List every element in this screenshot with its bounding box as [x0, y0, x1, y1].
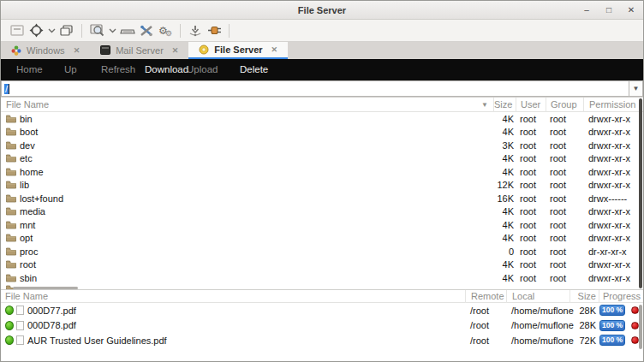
resize-window-icon[interactable]	[27, 22, 45, 39]
file-row[interactable]: root 4K root root drwxr-xr-x	[1, 258, 643, 272]
column-header-size[interactable]: Size	[569, 290, 599, 303]
disconnect-plug-icon[interactable]	[205, 22, 224, 39]
file-row[interactable]: lib 12K root root drwxr-xr-x	[1, 179, 643, 193]
file-row[interactable]: bin 4K root root drwxr-xr-x	[1, 112, 643, 126]
addressbar: / ▼	[1, 80, 643, 98]
minimize-button[interactable]: –	[581, 1, 592, 20]
file-list-header: File Name ▼ Size User Group Permission	[1, 98, 643, 112]
menubar-item[interactable]: Upload	[187, 59, 218, 80]
file-row[interactable]: dev 3K root root drwxr-xr-x	[1, 139, 643, 152]
stop-status-icon	[631, 336, 639, 344]
file-row[interactable]: opt 4K root root drwxr-xr-x	[1, 232, 643, 246]
transfer-complete-led-icon	[5, 321, 14, 330]
transfer-row[interactable]: AUR Trusted User Guidelines.pdf /root /h…	[1, 333, 643, 348]
column-header-size[interactable]: Size	[493, 98, 516, 112]
column-header-local[interactable]: Local	[506, 290, 569, 303]
folder-icon	[6, 247, 16, 256]
folder-icon	[6, 234, 16, 242]
folder-icon	[6, 207, 16, 216]
tab-label: File Server	[214, 45, 262, 55]
column-header-filename[interactable]: File Name	[1, 291, 465, 301]
transfer-row[interactable]: 000D78.pdf /root /home/muflone 28K 100 %	[1, 318, 643, 334]
file-row[interactable]: etc 4K root root drwxr-xr-x	[1, 152, 643, 166]
transfer-complete-led-icon	[5, 306, 14, 315]
tab-close-icon[interactable]: ✕	[271, 45, 278, 54]
file-row[interactable]: proc 0 root root dr-xr-xr-x	[1, 245, 643, 258]
window-title: File Server	[298, 5, 346, 15]
file-row[interactable]: sbin 4K root root drwxr-xr-x	[1, 271, 643, 285]
transfer-row[interactable]: 000D77.pdf /root /home/muflone 28K 100 %	[1, 303, 643, 318]
chevron-down-icon[interactable]	[106, 22, 118, 39]
scaled-mode-icon[interactable]	[87, 22, 106, 39]
transfer-rows: 000D77.pdf /root /home/muflone 28K 100 %	[1, 303, 643, 348]
progress-bar: 100 %	[599, 320, 625, 331]
path-dropdown-button[interactable]: ▼	[629, 80, 643, 97]
folder-icon	[6, 274, 16, 282]
remote-menubar: HomeUpRefreshDownloadUploadDelete	[1, 59, 643, 80]
folder-icon	[6, 221, 16, 229]
tab-close-icon[interactable]: ✕	[172, 46, 179, 55]
file-list-scrollbar[interactable]	[639, 98, 642, 288]
column-header-group[interactable]: Group	[546, 98, 583, 112]
menubar-item[interactable]: Refresh	[101, 59, 135, 80]
toolbar-separator	[180, 24, 181, 38]
folder-icon	[6, 141, 16, 150]
file-row[interactable]: mnt 4K root root drwxr-xr-x	[1, 218, 643, 232]
rdp-pinwheel-icon	[11, 45, 21, 56]
chevron-down-icon[interactable]	[45, 22, 57, 39]
titlebar: File Server – □ ✕	[1, 1, 643, 20]
stop-status-icon	[631, 306, 639, 314]
menubar-item[interactable]: Home	[16, 59, 43, 80]
file-list-rows: bin 4K root root drwxr-xr-x boot 4K root…	[1, 112, 643, 285]
connection-tabbar: Windows ✕ Mail Server ✕ File Server ✕	[1, 42, 643, 59]
tools-icon[interactable]	[137, 22, 156, 39]
tab-mail-server[interactable]: Mail Server ✕	[90, 42, 188, 59]
file-document-icon	[16, 335, 24, 345]
progress-bar: 100 %	[599, 305, 625, 316]
connection-toolbar: ⚙⚙	[1, 20, 643, 42]
file-row[interactable]: media 4K root root drwxr-xr-x	[1, 205, 643, 219]
file-list-pane: File Name ▼ Size User Group Permission b…	[1, 98, 643, 289]
menubar-item[interactable]: Delete	[240, 59, 268, 80]
svg-text:⚙: ⚙	[165, 29, 172, 37]
tab-file-server[interactable]: File Server ✕	[188, 42, 288, 59]
column-header-remote[interactable]: Remote	[465, 290, 506, 303]
screenshot-icon[interactable]	[186, 22, 205, 39]
transfer-header: File Name Remote Local Size Progress	[1, 290, 643, 303]
menubar-item[interactable]: Up	[64, 59, 77, 80]
folder-icon	[6, 154, 16, 163]
text-caret	[9, 84, 9, 94]
tab-windows[interactable]: Windows ✕	[1, 42, 90, 59]
file-row[interactable]: boot 4K root root drwxr-xr-x	[1, 126, 643, 139]
path-input[interactable]: /	[1, 80, 629, 97]
progress-bar: 100 %	[599, 335, 625, 346]
menubar-item[interactable]: Download	[145, 59, 188, 80]
sort-descending-icon: ▼	[481, 101, 488, 109]
stop-status-icon	[631, 322, 639, 329]
folder-icon	[6, 181, 16, 189]
column-header-user[interactable]: User	[516, 98, 546, 112]
file-row[interactable]: home 4K root root drwxr-xr-x	[1, 165, 643, 179]
folder-icon	[6, 128, 16, 136]
column-header-filename[interactable]: File Name ▼	[1, 99, 493, 110]
column-header-progress[interactable]: Progress	[599, 290, 626, 303]
toolbar-separator	[81, 24, 82, 38]
fullscreen-icon[interactable]	[8, 22, 27, 39]
sftp-coin-icon	[199, 45, 209, 55]
maximize-button[interactable]: □	[604, 1, 614, 20]
file-row[interactable]: lost+found 16K root root drwx------	[1, 192, 643, 205]
close-button[interactable]: ✕	[626, 1, 636, 20]
tab-label: Mail Server	[116, 45, 164, 56]
toolbar-separator	[229, 24, 230, 38]
transfer-scrollbar[interactable]	[639, 305, 642, 349]
tab-label: Windows	[27, 45, 65, 56]
file-document-icon	[16, 321, 24, 330]
duplicate-connection-icon[interactable]	[57, 22, 76, 39]
keyboard-grab-icon[interactable]	[118, 22, 137, 39]
terminal-icon	[100, 45, 110, 56]
preferences-gears-icon[interactable]: ⚙⚙	[156, 22, 175, 39]
transfer-complete-led-icon	[5, 335, 14, 345]
tab-close-icon[interactable]: ✕	[74, 46, 80, 55]
transfer-queue-pane: File Name Remote Local Size Progress 000…	[1, 289, 643, 362]
column-header-permission[interactable]: Permission	[583, 98, 643, 112]
